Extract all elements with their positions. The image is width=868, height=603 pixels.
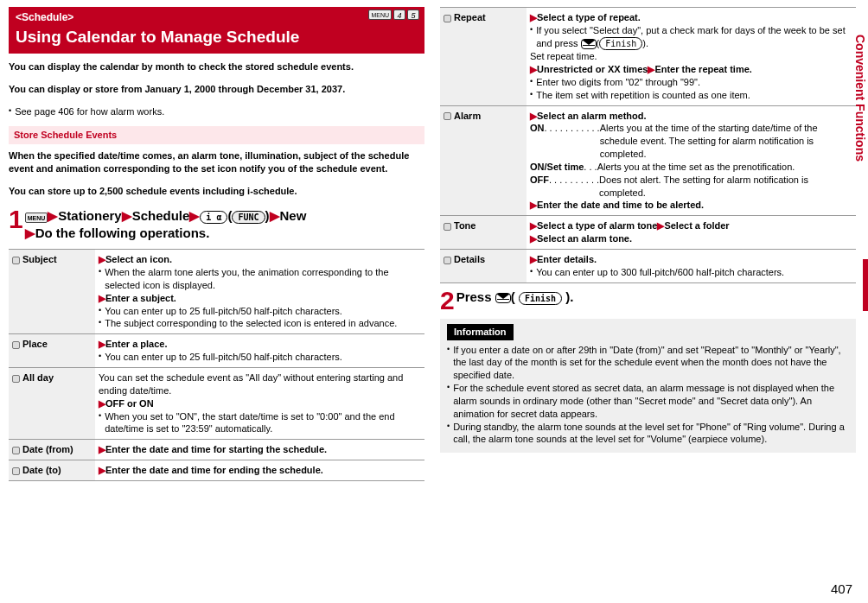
subsection-text-1: When the specified date/time comes, an a…: [9, 149, 424, 175]
option-icon: [12, 375, 20, 383]
menu-key-icons: MENU 4 5: [368, 10, 419, 20]
option-name: Subject: [9, 250, 95, 334]
information-item: During standby, the alarm tone sounds at…: [447, 421, 849, 447]
step-number-2: 2: [440, 289, 455, 312]
option-icon: [12, 257, 20, 264]
finish-button-icon: Finish: [519, 292, 562, 306]
intro-text-2: You can display or store from January 1,…: [9, 83, 424, 96]
option-name: Alarm: [440, 105, 527, 216]
information-label: Information: [447, 324, 514, 340]
option-icon: [444, 223, 451, 231]
i-alpha-key-icon: i α: [200, 211, 227, 225]
page-number: 407: [831, 581, 852, 598]
information-box: Information If you enter a date on or af…: [440, 319, 856, 454]
mail-key-icon: [495, 293, 511, 303]
option-name: Date (from): [9, 440, 95, 460]
option-icon: [444, 257, 451, 264]
step1-word-new: New: [280, 208, 307, 223]
step-1: 1 MENU▶Stationery▶Schedule▶i α(FUNC)▶New…: [9, 207, 424, 243]
option-body: ▶Select an icon.When the alarm tone aler…: [95, 250, 424, 334]
page-title: Using Calendar to Manage Schedule: [16, 26, 418, 48]
step1-word-do: Do the following operations.: [35, 225, 210, 240]
option-body: ▶Enter details.You can enter up to 300 f…: [527, 250, 856, 283]
information-item: For the schedule event stored as secret …: [447, 382, 849, 421]
option-icon: [12, 341, 20, 349]
option-body: ▶Enter the date and time for ending the …: [95, 460, 424, 481]
step-number-1: 1: [9, 207, 23, 231]
option-body: ▶Enter a place.You can enter up to 25 fu…: [95, 334, 424, 368]
option-body: You can set the schedule event as "All d…: [95, 367, 424, 439]
option-icon: [12, 467, 20, 475]
intro-text-1: You can display the calendar by month to…: [9, 60, 424, 73]
option-name: Repeat: [440, 8, 527, 106]
options-table-left: Subject▶Select an icon.When the alarm to…: [9, 249, 424, 481]
menu-key-icon: MENU: [368, 10, 392, 20]
subsection-text-2: You can store up to 2,500 schedule event…: [9, 185, 424, 198]
option-name: Tone: [440, 216, 527, 250]
section-title-bar: MENU 4 5 <Schedule> Using Calendar to Ma…: [9, 7, 424, 54]
option-body: ▶Enter the date and time for starting th…: [95, 440, 424, 460]
option-name: Place: [9, 334, 95, 368]
option-name: All day: [9, 367, 95, 439]
option-icon: [444, 15, 451, 22]
step1-word-schedule: Schedule: [132, 208, 190, 223]
option-icon: [444, 112, 451, 120]
subsection-title: Store Schedule Events: [9, 126, 424, 144]
option-body: ▶Select an alarm method.ON . . . . . . .…: [527, 105, 856, 216]
side-tab-marker: [863, 259, 868, 311]
option-name: Details: [440, 250, 527, 283]
option-name: Date (to): [9, 460, 95, 481]
feature-tag: <Schedule>: [16, 10, 418, 24]
finish-button-icon: Finish: [599, 37, 642, 51]
options-table-right: Repeat▶Select a type of repeat.If you se…: [440, 7, 856, 283]
menu-key-icon-inline: MENU: [25, 213, 48, 223]
information-item: If you enter a date on or after 29th in …: [447, 344, 849, 383]
key-5-icon: 5: [407, 10, 419, 20]
mail-key-icon: [581, 39, 597, 49]
intro-note: See page 406 for how alarm works.: [9, 105, 424, 118]
option-body: ▶Select a type of alarm tone▶Select a fo…: [527, 216, 856, 250]
func-button-icon: FUNC: [232, 211, 265, 225]
step1-word-stationery: Stationery: [58, 208, 121, 223]
step-2: 2 Press ( Finish ).: [440, 289, 856, 312]
option-icon: [12, 447, 20, 454]
option-body: ▶Select a type of repeat.If you select "…: [527, 8, 856, 106]
step2-press: Press: [456, 289, 495, 304]
key-4-icon: 4: [393, 10, 405, 20]
